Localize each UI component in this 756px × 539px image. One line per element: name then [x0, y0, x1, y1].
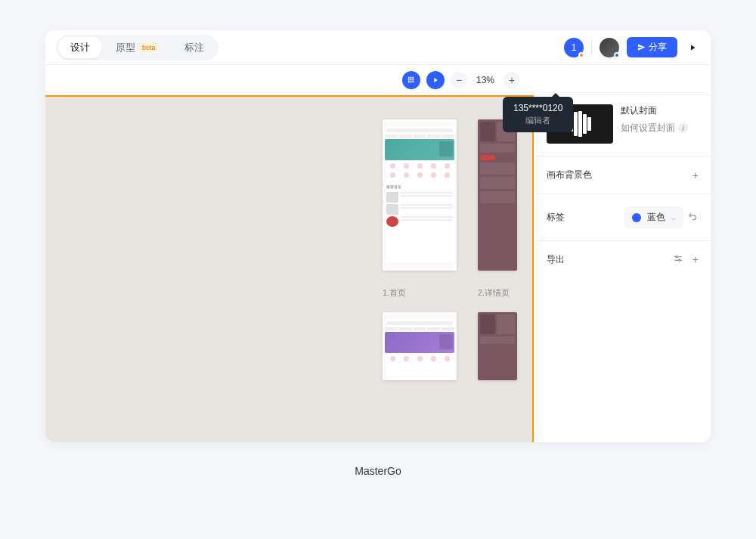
divider: [534, 194, 711, 194]
artboard-label-2: 2.详情页: [478, 287, 517, 299]
divider: [591, 40, 592, 55]
chevron-down-icon: ⌵: [671, 213, 676, 221]
artboard-frame-home-2[interactable]: [383, 312, 457, 380]
export-settings-button[interactable]: [673, 253, 683, 266]
play-icon: [688, 43, 697, 52]
tab-prototype[interactable]: 原型 beta: [104, 37, 171, 58]
avatar[interactable]: [600, 38, 619, 57]
info-icon: i: [678, 123, 688, 133]
canvas[interactable]: 推荐音乐 1.首页: [45, 95, 534, 442]
add-export-button[interactable]: +: [692, 253, 699, 266]
user-presence-badge[interactable]: 1: [564, 38, 584, 57]
cover-info: 默认封面 如何设置封面 i: [621, 104, 688, 144]
artboard-column-2: 2.详情页: [478, 119, 517, 380]
share-button[interactable]: 分享: [627, 37, 677, 57]
present-button[interactable]: [685, 40, 700, 55]
properties-panel: 默认封面 如何设置封面 i 画布背景色 + 标签 蓝色: [534, 95, 711, 442]
artboard-frame-home[interactable]: 推荐音乐: [383, 119, 457, 271]
zoom-out-button[interactable]: −: [451, 72, 467, 88]
user-tooltip: 135****0120 编辑者: [503, 97, 573, 132]
divider: [534, 240, 711, 241]
beta-badge: beta: [139, 43, 159, 52]
app-window: 设计 原型 beta 标注 1 分享: [45, 30, 711, 442]
tooltip-user-id: 135****0120: [513, 103, 562, 113]
export-section: 导出 +: [547, 253, 699, 266]
tag-label: 标签: [547, 211, 565, 224]
page-caption: MasterGo: [355, 465, 401, 477]
background-label: 画布背景色: [547, 169, 592, 181]
view-toolbar: − 13% +: [45, 65, 711, 95]
zoom-in-button[interactable]: +: [503, 72, 520, 88]
tag-section: 标签 蓝色 ⌵: [547, 206, 699, 228]
topbar-right: 1 分享: [564, 37, 700, 57]
cover-subtitle: 如何设置封面: [621, 122, 675, 135]
artboard-label-1: 1.首页: [383, 287, 457, 299]
divider: [534, 156, 711, 156]
svg-point-2: [676, 256, 677, 258]
mode-tabs: 设计 原型 beta 标注: [56, 35, 218, 60]
paper-plane-icon: [637, 43, 646, 51]
play-view-button[interactable]: [426, 71, 445, 89]
zoom-value[interactable]: 13%: [473, 75, 497, 85]
avatar-status-icon: [614, 52, 620, 58]
grid-view-button[interactable]: [402, 71, 420, 89]
grid-icon: [407, 76, 415, 84]
tab-design[interactable]: 设计: [58, 37, 102, 58]
sliders-icon: [673, 253, 683, 264]
share-label: 分享: [649, 41, 667, 54]
tag-color-select[interactable]: 蓝色 ⌵: [624, 206, 683, 228]
topbar: 设计 原型 beta 标注 1 分享: [45, 30, 711, 65]
artboard-frame-detail[interactable]: [478, 119, 517, 271]
presence-dot-icon: [578, 52, 584, 58]
cover-help-link[interactable]: 如何设置封面 i: [621, 122, 688, 135]
artboards-container: 推荐音乐 1.首页: [383, 119, 517, 380]
background-section: 画布背景色 +: [547, 169, 699, 181]
undo-icon: [688, 211, 699, 221]
artboard-frame-detail-2[interactable]: [478, 312, 517, 380]
export-label: 导出: [547, 253, 565, 266]
play-icon: [432, 76, 439, 84]
main-content: 推荐音乐 1.首页: [45, 95, 711, 442]
tooltip-user-role: 编辑者: [525, 115, 550, 126]
svg-point-3: [678, 259, 680, 261]
add-background-button[interactable]: +: [692, 169, 699, 181]
undo-button[interactable]: [688, 211, 699, 224]
tag-value: 蓝色: [647, 211, 665, 224]
color-swatch-icon: [632, 213, 641, 222]
user-count: 1: [572, 42, 577, 53]
artboard-column-1: 推荐音乐 1.首页: [383, 119, 457, 380]
tab-prototype-label: 原型: [116, 41, 135, 54]
tab-annotate[interactable]: 标注: [172, 37, 216, 58]
cover-title: 默认封面: [621, 104, 688, 117]
